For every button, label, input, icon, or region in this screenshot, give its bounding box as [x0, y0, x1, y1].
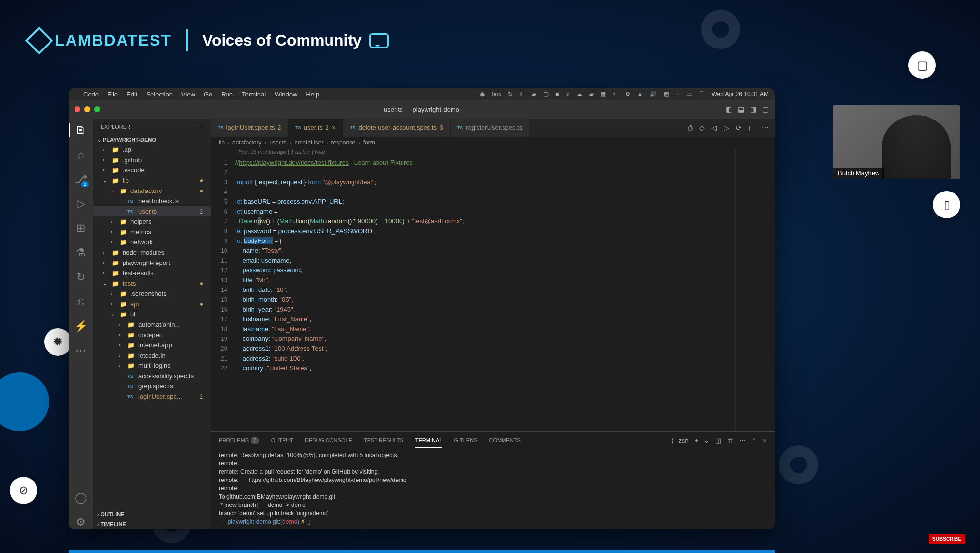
control-icon[interactable]: ⚙ — [625, 91, 630, 97]
tree-item-tests[interactable]: ⌄📁tests — [93, 278, 211, 289]
terminal-shell-selector[interactable]: ⟩_ zsh — [671, 437, 689, 444]
tree-item-api[interactable]: ›📁api — [93, 299, 211, 309]
code-line[interactable]: company: "Company_Name", — [235, 334, 735, 344]
editor-action-icon[interactable]: ▢ — [749, 124, 755, 132]
code-line[interactable] — [235, 187, 735, 197]
sync-icon[interactable]: ↻ — [508, 91, 513, 97]
code-line[interactable]: address1: "100 Address Test", — [235, 344, 735, 354]
panel-tab-debug-console[interactable]: DEBUG CONSOLE — [305, 433, 352, 447]
macos-menu-item[interactable]: File — [107, 91, 118, 98]
code-line[interactable]: birth_date: "10", — [235, 285, 735, 295]
tree-item-grep-spec-ts[interactable]: TSgrep.spec.ts — [93, 381, 211, 391]
testing-icon[interactable]: ⚗ — [74, 246, 88, 260]
layout-sidebar-icon[interactable]: ◧ — [726, 105, 732, 113]
tree-item-user-ts[interactable]: TSuser.ts2 — [93, 206, 211, 216]
tree-item-loginuser-spe---[interactable]: TSloginUser.spe...2 — [93, 391, 211, 402]
code-line[interactable]: let baseURL = process.env.APP_URL; — [235, 197, 735, 207]
layout-panel-icon[interactable]: ⬓ — [738, 105, 744, 113]
layout-sidebar-right-icon[interactable]: ◨ — [750, 105, 756, 113]
code-line[interactable]: //https://playwright.dev/docs/test-fixtu… — [235, 158, 735, 168]
code-line[interactable]: name: "Testy", — [235, 246, 735, 256]
wifi-icon[interactable]: ⌒ — [699, 90, 704, 98]
breadcrumb-item[interactable]: form — [363, 139, 375, 146]
tree-item-multi-logins[interactable]: ›📁multi-logins — [93, 361, 211, 371]
panel-tab-comments[interactable]: COMMENTS — [489, 433, 521, 447]
macos-datetime[interactable]: Wed Apr 26 10:31 AM — [711, 91, 769, 97]
tree-item-datafactory[interactable]: ⌄📁datafactory — [93, 186, 211, 196]
run-debug-icon[interactable]: ▷ — [74, 197, 88, 211]
code-line[interactable]: let bodyForm = { — [235, 236, 735, 246]
tree-item-lib[interactable]: ⌄📁lib — [93, 175, 211, 186]
editor-tab-user-ts[interactable]: TSuser.ts2× — [288, 119, 343, 137]
more-icon[interactable]: ⋯ — [198, 123, 203, 130]
outline-section[interactable]: › OUTLINE — [93, 509, 211, 519]
tree-item-accessibility-spec-ts[interactable]: TSaccessibility.spec.ts — [93, 371, 211, 381]
breadcrumb[interactable]: lib›datafactory›user.ts›createUser›respo… — [211, 137, 775, 148]
terminal-content[interactable]: remote: Resolving deltas: 100% (5/5), co… — [211, 449, 775, 529]
editor-action-icon[interactable]: ⋯ — [762, 124, 769, 132]
timeline-icon[interactable]: ↻ — [74, 270, 88, 284]
bug-icon[interactable]: ✹ — [44, 328, 72, 356]
sidebar-project-header[interactable]: ⌄ PLAYWRIGHT-DEMO — [93, 135, 211, 144]
macos-menu-item[interactable]: Go — [204, 91, 212, 98]
settings-icon[interactable]: ⚙ — [74, 515, 88, 529]
explorer-icon[interactable]: 🗎 — [74, 123, 88, 137]
device-tablet-icon[interactable]: ▢ — [908, 51, 936, 79]
editor-action-icon[interactable]: ⎙ — [688, 124, 692, 132]
code-line[interactable]: address2: "suite 100", — [235, 354, 735, 363]
circle-icon[interactable]: ○ — [566, 91, 569, 97]
dnd-icon[interactable]: ☾ — [613, 91, 618, 97]
editor-action-icon[interactable]: ▷ — [724, 124, 729, 132]
macos-menu-item[interactable]: Help — [306, 91, 319, 98]
panel-action-icon[interactable]: ⌄ — [704, 437, 709, 444]
maximize-window-button[interactable] — [94, 106, 100, 112]
stop-icon[interactable]: ■ — [555, 91, 559, 97]
breadcrumb-item[interactable]: lib — [219, 139, 225, 146]
close-icon[interactable]: × — [332, 124, 336, 132]
panel-tab-terminal[interactable]: TERMINAL — [415, 433, 443, 448]
display-icon[interactable]: ▢ — [543, 91, 549, 97]
bluetooth-icon[interactable]: ᛭ — [676, 91, 679, 97]
code-line[interactable]: let username = — [235, 207, 735, 216]
close-window-button[interactable] — [75, 106, 80, 112]
panel-action-icon[interactable]: + — [695, 437, 699, 444]
macos-menu-item[interactable]: Edit — [126, 91, 137, 98]
thunder-icon[interactable]: ⚡ — [74, 319, 88, 333]
tree-item-playwright-report[interactable]: ›📁playwright-report — [93, 258, 211, 268]
code-line[interactable]: title: "Mr", — [235, 275, 735, 285]
more-icon[interactable]: ⋯ — [74, 344, 88, 358]
code-line[interactable]: birth_year: "1945", — [235, 305, 735, 314]
docker-icon[interactable]: ▰ — [532, 91, 536, 97]
panel-tab-output[interactable]: OUTPUT — [271, 433, 293, 447]
code-line[interactable]: password: password, — [235, 265, 735, 275]
tree-item-healthcheck-ts[interactable]: TShealthcheck.ts — [93, 196, 211, 206]
tree-item-metrics[interactable]: ›📁metrics — [93, 227, 211, 237]
timeline-section[interactable]: › TIMELINE — [93, 519, 211, 529]
panel-tab-gitlens[interactable]: GITLENS — [454, 433, 477, 447]
macos-menu-item[interactable]: Selection — [146, 91, 172, 98]
editor-action-icon[interactable]: ⟳ — [736, 124, 742, 132]
panel-action-icon[interactable]: ◫ — [715, 437, 721, 444]
macos-menu-item[interactable]: Code — [83, 91, 99, 98]
terminal-prompt[interactable]: → playwright-demo git:(demo) ✗ ▯ — [219, 518, 767, 526]
account-icon[interactable]: ◯ — [74, 491, 88, 505]
code-line[interactable]: email: username, — [235, 256, 735, 265]
source-control-icon[interactable]: ⎇2 — [74, 172, 88, 186]
subscribe-button[interactable]: SUBSCRIBE — [929, 534, 965, 544]
gitlens-icon[interactable]: ⎌ — [74, 295, 88, 309]
panel-tab-test-results[interactable]: TEST RESULTS — [364, 433, 403, 447]
code-area[interactable]: //https://playwright.dev/docs/test-fixtu… — [235, 148, 735, 431]
macos-menu-item[interactable]: View — [181, 91, 195, 98]
minimap[interactable] — [735, 148, 775, 431]
record-icon[interactable]: ◉ — [480, 91, 485, 97]
check-icon[interactable]: ⊘ — [10, 477, 37, 504]
tree-item--screenshots[interactable]: ›📁.screenshots — [93, 289, 211, 299]
box-label[interactable]: box — [492, 91, 501, 97]
tray-icon[interactable]: ▦ — [664, 91, 669, 97]
code-line[interactable]: let password = process.env.USER_PASSWORD… — [235, 226, 735, 236]
app-icon[interactable]: ▰ — [589, 91, 594, 97]
panel-action-icon[interactable]: 🗑 — [727, 437, 733, 444]
extensions-icon[interactable]: ⊞ — [74, 221, 88, 235]
breadcrumb-item[interactable]: response — [331, 139, 355, 146]
macos-menu-item[interactable]: Run — [221, 91, 233, 98]
